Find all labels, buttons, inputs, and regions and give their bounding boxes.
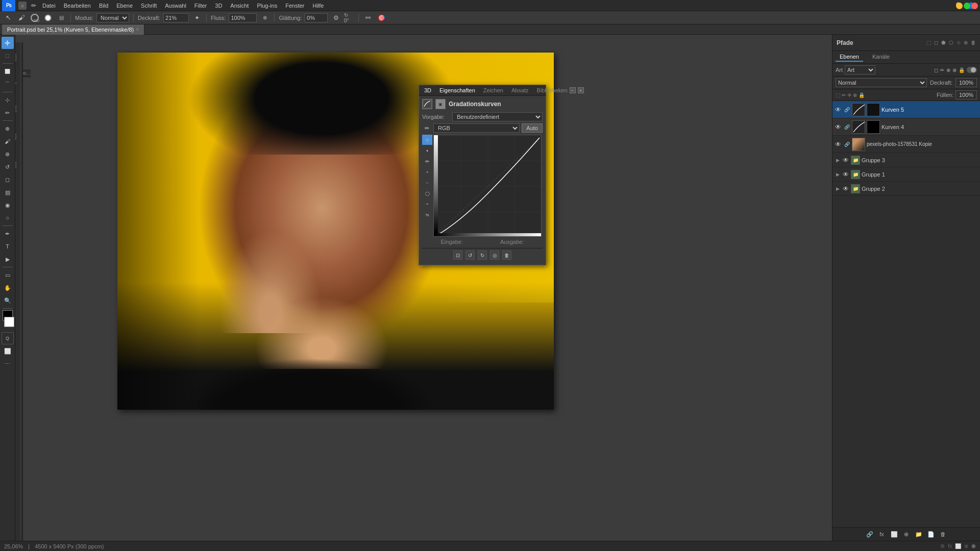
- dodge-tool[interactable]: ○: [2, 212, 14, 224]
- pressure-icon[interactable]: ⊕: [260, 13, 270, 23]
- layer-eye-kurven4[interactable]: 👁: [835, 123, 842, 131]
- status-icon-5[interactable]: ⬟: [971, 543, 976, 549]
- quick-mask-btn[interactable]: Q: [2, 332, 14, 344]
- dialog-tab-3d[interactable]: 3D: [422, 87, 433, 94]
- blend-mode-select[interactable]: Normal: [836, 78, 927, 87]
- fuellen-input[interactable]: [955, 90, 977, 99]
- clone-tool[interactable]: ⊗: [2, 148, 14, 160]
- select-tool[interactable]: ⬜: [2, 65, 14, 78]
- pfade-icon-3[interactable]: ⬟: [941, 40, 946, 45]
- auto-button[interactable]: Auto: [522, 123, 543, 133]
- dialog-tab-zeichen[interactable]: Zeichen: [481, 87, 505, 94]
- gruppe3-expand-icon[interactable]: ▶: [835, 157, 841, 163]
- tab-close-button[interactable]: ×: [136, 27, 139, 32]
- filter-icon-5[interactable]: 🔒: [959, 67, 965, 73]
- gradient-tool[interactable]: ▤: [2, 186, 14, 198]
- art-select[interactable]: Art: [845, 65, 875, 74]
- status-icon-4[interactable]: ⊕: [964, 543, 968, 549]
- curve-bottom-icon-5[interactable]: 🗑: [502, 251, 511, 260]
- vorgabe-select[interactable]: Benutzerdefiniert: [452, 112, 543, 121]
- layer-eye-photo[interactable]: 👁: [835, 141, 842, 148]
- gruppe1-expand-icon[interactable]: ▶: [835, 171, 841, 178]
- maximize-button[interactable]: [964, 3, 970, 9]
- hand-tool[interactable]: ✋: [2, 282, 14, 294]
- select-path-tool[interactable]: ▶: [2, 253, 14, 265]
- layer-item-photo[interactable]: 👁 🔗 pexels-photo-1578531 Kopie: [832, 136, 980, 153]
- add-group-icon[interactable]: 📁: [914, 530, 923, 539]
- delete-layer-icon[interactable]: 🗑: [939, 530, 948, 539]
- pfade-icon-6[interactable]: ⊕: [964, 40, 968, 45]
- settings-icon[interactable]: ⚙: [331, 13, 341, 23]
- filter-icon-2[interactable]: ✏: [940, 67, 944, 73]
- brush-size-icon[interactable]: 200: [30, 13, 40, 23]
- document-tab[interactable]: Portrait.psd bei 25,1% (Kurven 5, Ebenen…: [2, 24, 144, 35]
- dialog-collapse-button[interactable]: −: [570, 87, 576, 93]
- dialog-tab-absatz[interactable]: Absatz: [509, 87, 531, 94]
- menu-item-bearbeiten[interactable]: Bearbeiten: [60, 2, 94, 10]
- menu-item-ansicht[interactable]: Ansicht: [227, 2, 252, 10]
- layer-item-gruppe3[interactable]: ▶ 👁 📁 Gruppe 3: [832, 153, 980, 167]
- eraser-tool[interactable]: ◻: [2, 173, 14, 186]
- rgb-select[interactable]: RGB: [433, 123, 520, 133]
- curve-graph-svg[interactable]: [433, 135, 542, 237]
- lock-all-icon[interactable]: 🔒: [859, 92, 865, 98]
- crop-tool[interactable]: ⊹: [2, 94, 14, 106]
- angle-icon[interactable]: ↻ 0°: [344, 13, 354, 23]
- link-layers-icon[interactable]: 🔗: [865, 530, 874, 539]
- gruppe2-expand-icon[interactable]: ▶: [835, 186, 841, 192]
- filter-icon-3[interactable]: ⊕: [946, 67, 950, 73]
- curve-zoom-in[interactable]: +: [422, 167, 432, 177]
- dialog-close-button[interactable]: ×: [578, 87, 584, 93]
- lasso-tool[interactable]: ⌒: [2, 78, 14, 90]
- move-tool[interactable]: ✛: [2, 37, 14, 49]
- fluss-input[interactable]: [229, 13, 257, 22]
- pfade-icon-5[interactable]: ⊹: [957, 40, 961, 45]
- artboard-tool[interactable]: ⬚: [2, 49, 14, 62]
- pfade-icon-2[interactable]: ◻: [934, 40, 938, 45]
- curve-point-tool[interactable]: •: [422, 145, 432, 156]
- symmetry-icon[interactable]: ⚯: [363, 13, 373, 23]
- brush-hardness-icon[interactable]: [43, 13, 53, 23]
- glaettung-input[interactable]: [305, 13, 328, 22]
- layers-tab-kanaele[interactable]: Kanäle: [868, 53, 894, 62]
- add-adjustment-icon[interactable]: ⊕: [902, 530, 911, 539]
- deckraft-input[interactable]: [163, 13, 189, 22]
- pfade-icon-4[interactable]: ⬡: [949, 40, 953, 45]
- menu-item-3d[interactable]: 3D: [211, 2, 226, 10]
- lock-artboard-icon[interactable]: ⊗: [853, 92, 857, 98]
- brush-tool-left[interactable]: 🖌: [2, 135, 14, 147]
- menu-item-datei[interactable]: Datei: [39, 2, 59, 10]
- brush-tool-icon[interactable]: 🖌: [16, 13, 27, 23]
- filter-toggle[interactable]: [967, 67, 977, 73]
- layers-tab-ebenen[interactable]: Ebenen: [836, 53, 863, 62]
- rectangle-tool[interactable]: ▭: [2, 269, 14, 281]
- menu-item-hilfe[interactable]: Hilfe: [309, 2, 327, 10]
- layer-eye-gruppe1[interactable]: 👁: [842, 171, 849, 178]
- menu-item-fenster[interactable]: Fenster: [282, 2, 308, 10]
- filter-icon-1[interactable]: ◻: [934, 67, 938, 73]
- layer-eye-gruppe2[interactable]: 👁: [842, 185, 849, 192]
- dialog-tab-bibliotheken[interactable]: Bibliotheken: [535, 87, 570, 94]
- layer-item-gruppe2[interactable]: ▶ 👁 📁 Gruppe 2: [832, 182, 980, 196]
- status-icon-1[interactable]: ⚙: [940, 543, 945, 549]
- menu-item-ebene[interactable]: Ebene: [113, 2, 136, 10]
- airbrush-icon[interactable]: ✦: [192, 13, 202, 23]
- lock-transparent-icon[interactable]: ⬚: [836, 92, 840, 98]
- dialog-titlebar[interactable]: 3D Eigenschaften Zeichen Absatz Biblioth…: [419, 85, 546, 96]
- pen-tool[interactable]: ✒: [2, 228, 14, 240]
- mode-select[interactable]: Normal: [96, 13, 129, 22]
- dialog-tab-eigenschaften[interactable]: Eigenschaften: [437, 87, 477, 94]
- layer-link-photo[interactable]: 🔗: [843, 141, 850, 148]
- layer-item-gruppe1[interactable]: ▶ 👁 📁 Gruppe 1: [832, 167, 980, 182]
- status-icon-2[interactable]: fx: [948, 543, 952, 549]
- add-mask-icon[interactable]: ⬜: [890, 530, 899, 539]
- layer-link-kurven5[interactable]: 🔗: [843, 106, 850, 113]
- eyedropper-curve-icon[interactable]: ✏: [422, 123, 431, 133]
- lock-paint-icon[interactable]: ✏: [842, 92, 846, 98]
- brush-icon[interactable]: ✏: [30, 2, 38, 10]
- curve-pencil-tool[interactable]: ✏: [422, 156, 432, 166]
- curve-smooth-tool[interactable]: ~: [422, 199, 432, 209]
- more-tools-btn[interactable]: ⋯: [2, 358, 14, 370]
- close-button[interactable]: [971, 3, 978, 9]
- channel-icon[interactable]: ▤: [56, 13, 66, 23]
